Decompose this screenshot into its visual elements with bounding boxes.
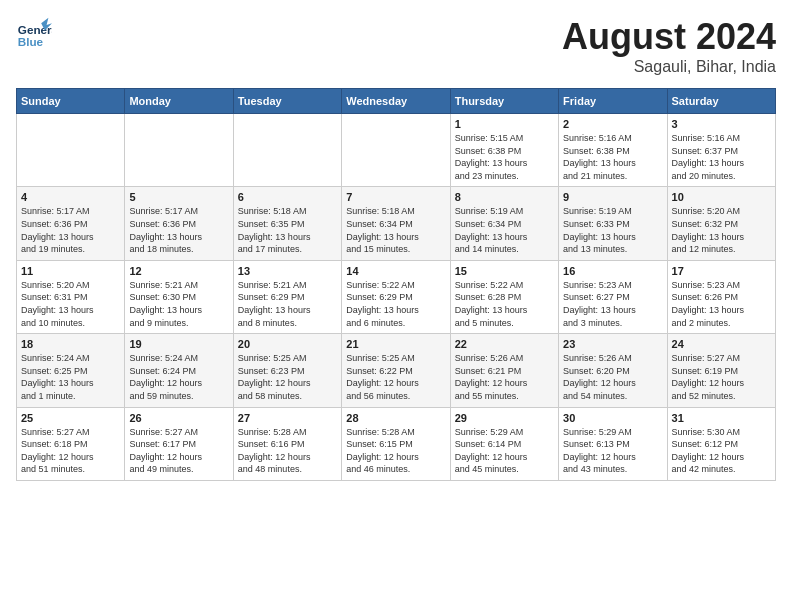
week-row-3: 11Sunrise: 5:20 AM Sunset: 6:31 PM Dayli… — [17, 260, 776, 333]
calendar-cell: 13Sunrise: 5:21 AM Sunset: 6:29 PM Dayli… — [233, 260, 341, 333]
calendar-cell: 8Sunrise: 5:19 AM Sunset: 6:34 PM Daylig… — [450, 187, 558, 260]
logo: General Blue — [16, 16, 52, 52]
calendar-cell: 5Sunrise: 5:17 AM Sunset: 6:36 PM Daylig… — [125, 187, 233, 260]
calendar-cell: 1Sunrise: 5:15 AM Sunset: 6:38 PM Daylig… — [450, 114, 558, 187]
day-number: 16 — [563, 265, 662, 277]
weekday-header-wednesday: Wednesday — [342, 89, 450, 114]
calendar-cell: 25Sunrise: 5:27 AM Sunset: 6:18 PM Dayli… — [17, 407, 125, 480]
day-number: 4 — [21, 191, 120, 203]
calendar-cell: 11Sunrise: 5:20 AM Sunset: 6:31 PM Dayli… — [17, 260, 125, 333]
weekday-row: SundayMondayTuesdayWednesdayThursdayFrid… — [17, 89, 776, 114]
calendar-cell: 22Sunrise: 5:26 AM Sunset: 6:21 PM Dayli… — [450, 334, 558, 407]
day-info: Sunrise: 5:25 AM Sunset: 6:23 PM Dayligh… — [238, 352, 337, 402]
day-info: Sunrise: 5:25 AM Sunset: 6:22 PM Dayligh… — [346, 352, 445, 402]
calendar-cell: 3Sunrise: 5:16 AM Sunset: 6:37 PM Daylig… — [667, 114, 775, 187]
week-row-5: 25Sunrise: 5:27 AM Sunset: 6:18 PM Dayli… — [17, 407, 776, 480]
day-info: Sunrise: 5:20 AM Sunset: 6:31 PM Dayligh… — [21, 279, 120, 329]
day-number: 31 — [672, 412, 771, 424]
calendar-cell: 14Sunrise: 5:22 AM Sunset: 6:29 PM Dayli… — [342, 260, 450, 333]
calendar-cell — [17, 114, 125, 187]
day-number: 3 — [672, 118, 771, 130]
day-number: 15 — [455, 265, 554, 277]
week-row-4: 18Sunrise: 5:24 AM Sunset: 6:25 PM Dayli… — [17, 334, 776, 407]
day-info: Sunrise: 5:18 AM Sunset: 6:34 PM Dayligh… — [346, 205, 445, 255]
weekday-header-friday: Friday — [559, 89, 667, 114]
day-number: 11 — [21, 265, 120, 277]
calendar-cell: 24Sunrise: 5:27 AM Sunset: 6:19 PM Dayli… — [667, 334, 775, 407]
day-info: Sunrise: 5:22 AM Sunset: 6:28 PM Dayligh… — [455, 279, 554, 329]
calendar-cell: 17Sunrise: 5:23 AM Sunset: 6:26 PM Dayli… — [667, 260, 775, 333]
day-number: 5 — [129, 191, 228, 203]
weekday-header-saturday: Saturday — [667, 89, 775, 114]
day-info: Sunrise: 5:16 AM Sunset: 6:38 PM Dayligh… — [563, 132, 662, 182]
calendar-body: 1Sunrise: 5:15 AM Sunset: 6:38 PM Daylig… — [17, 114, 776, 481]
day-number: 8 — [455, 191, 554, 203]
day-number: 20 — [238, 338, 337, 350]
logo-icon: General Blue — [16, 16, 52, 52]
calendar-cell — [342, 114, 450, 187]
calendar-cell: 19Sunrise: 5:24 AM Sunset: 6:24 PM Dayli… — [125, 334, 233, 407]
day-info: Sunrise: 5:16 AM Sunset: 6:37 PM Dayligh… — [672, 132, 771, 182]
calendar-cell: 30Sunrise: 5:29 AM Sunset: 6:13 PM Dayli… — [559, 407, 667, 480]
day-info: Sunrise: 5:28 AM Sunset: 6:16 PM Dayligh… — [238, 426, 337, 476]
weekday-header-sunday: Sunday — [17, 89, 125, 114]
day-number: 22 — [455, 338, 554, 350]
calendar-cell: 21Sunrise: 5:25 AM Sunset: 6:22 PM Dayli… — [342, 334, 450, 407]
day-number: 1 — [455, 118, 554, 130]
day-info: Sunrise: 5:28 AM Sunset: 6:15 PM Dayligh… — [346, 426, 445, 476]
day-number: 23 — [563, 338, 662, 350]
day-info: Sunrise: 5:24 AM Sunset: 6:24 PM Dayligh… — [129, 352, 228, 402]
day-info: Sunrise: 5:17 AM Sunset: 6:36 PM Dayligh… — [21, 205, 120, 255]
day-number: 10 — [672, 191, 771, 203]
day-info: Sunrise: 5:23 AM Sunset: 6:26 PM Dayligh… — [672, 279, 771, 329]
calendar-cell: 10Sunrise: 5:20 AM Sunset: 6:32 PM Dayli… — [667, 187, 775, 260]
title-block: August 2024 Sagauli, Bihar, India — [562, 16, 776, 76]
week-row-2: 4Sunrise: 5:17 AM Sunset: 6:36 PM Daylig… — [17, 187, 776, 260]
day-info: Sunrise: 5:26 AM Sunset: 6:20 PM Dayligh… — [563, 352, 662, 402]
day-info: Sunrise: 5:24 AM Sunset: 6:25 PM Dayligh… — [21, 352, 120, 402]
day-number: 2 — [563, 118, 662, 130]
day-info: Sunrise: 5:27 AM Sunset: 6:19 PM Dayligh… — [672, 352, 771, 402]
calendar-cell: 2Sunrise: 5:16 AM Sunset: 6:38 PM Daylig… — [559, 114, 667, 187]
day-info: Sunrise: 5:29 AM Sunset: 6:13 PM Dayligh… — [563, 426, 662, 476]
day-info: Sunrise: 5:26 AM Sunset: 6:21 PM Dayligh… — [455, 352, 554, 402]
day-number: 28 — [346, 412, 445, 424]
day-info: Sunrise: 5:17 AM Sunset: 6:36 PM Dayligh… — [129, 205, 228, 255]
day-number: 14 — [346, 265, 445, 277]
day-number: 27 — [238, 412, 337, 424]
day-info: Sunrise: 5:29 AM Sunset: 6:14 PM Dayligh… — [455, 426, 554, 476]
page-header: General Blue August 2024 Sagauli, Bihar,… — [16, 16, 776, 76]
day-number: 7 — [346, 191, 445, 203]
page-title: August 2024 — [562, 16, 776, 58]
day-info: Sunrise: 5:20 AM Sunset: 6:32 PM Dayligh… — [672, 205, 771, 255]
calendar-cell: 23Sunrise: 5:26 AM Sunset: 6:20 PM Dayli… — [559, 334, 667, 407]
weekday-header-monday: Monday — [125, 89, 233, 114]
calendar-cell: 4Sunrise: 5:17 AM Sunset: 6:36 PM Daylig… — [17, 187, 125, 260]
calendar-cell: 16Sunrise: 5:23 AM Sunset: 6:27 PM Dayli… — [559, 260, 667, 333]
calendar-cell: 29Sunrise: 5:29 AM Sunset: 6:14 PM Dayli… — [450, 407, 558, 480]
day-number: 18 — [21, 338, 120, 350]
day-number: 17 — [672, 265, 771, 277]
day-info: Sunrise: 5:15 AM Sunset: 6:38 PM Dayligh… — [455, 132, 554, 182]
calendar-header: SundayMondayTuesdayWednesdayThursdayFrid… — [17, 89, 776, 114]
day-number: 12 — [129, 265, 228, 277]
week-row-1: 1Sunrise: 5:15 AM Sunset: 6:38 PM Daylig… — [17, 114, 776, 187]
day-info: Sunrise: 5:21 AM Sunset: 6:30 PM Dayligh… — [129, 279, 228, 329]
calendar-cell: 9Sunrise: 5:19 AM Sunset: 6:33 PM Daylig… — [559, 187, 667, 260]
day-info: Sunrise: 5:27 AM Sunset: 6:18 PM Dayligh… — [21, 426, 120, 476]
day-info: Sunrise: 5:27 AM Sunset: 6:17 PM Dayligh… — [129, 426, 228, 476]
calendar-cell — [125, 114, 233, 187]
calendar-cell: 31Sunrise: 5:30 AM Sunset: 6:12 PM Dayli… — [667, 407, 775, 480]
day-number: 26 — [129, 412, 228, 424]
calendar-cell: 28Sunrise: 5:28 AM Sunset: 6:15 PM Dayli… — [342, 407, 450, 480]
calendar-table: SundayMondayTuesdayWednesdayThursdayFrid… — [16, 88, 776, 481]
svg-text:Blue: Blue — [18, 35, 44, 48]
day-number: 29 — [455, 412, 554, 424]
day-number: 19 — [129, 338, 228, 350]
calendar-cell: 18Sunrise: 5:24 AM Sunset: 6:25 PM Dayli… — [17, 334, 125, 407]
calendar-cell: 15Sunrise: 5:22 AM Sunset: 6:28 PM Dayli… — [450, 260, 558, 333]
day-number: 6 — [238, 191, 337, 203]
day-info: Sunrise: 5:19 AM Sunset: 6:33 PM Dayligh… — [563, 205, 662, 255]
weekday-header-tuesday: Tuesday — [233, 89, 341, 114]
calendar-cell: 27Sunrise: 5:28 AM Sunset: 6:16 PM Dayli… — [233, 407, 341, 480]
